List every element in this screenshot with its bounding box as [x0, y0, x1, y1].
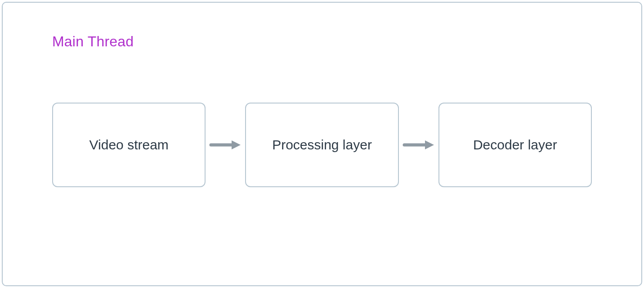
arrow-right-icon — [209, 139, 242, 151]
arrow-right-icon — [402, 139, 435, 151]
flow-row: Video stream Processing layer Decoder la… — [52, 103, 592, 187]
svg-marker-3 — [425, 140, 434, 149]
arrow-1 — [206, 139, 245, 151]
diagram-title: Main Thread — [52, 33, 134, 50]
diagram-frame: Main Thread Video stream Processing laye… — [2, 2, 642, 286]
node-processing-layer: Processing layer — [245, 103, 398, 187]
node-label: Decoder layer — [473, 137, 557, 153]
node-video-stream: Video stream — [52, 103, 206, 187]
node-label: Processing layer — [272, 137, 372, 153]
node-decoder-layer: Decoder layer — [438, 103, 592, 187]
arrow-2 — [399, 139, 438, 151]
svg-marker-1 — [232, 140, 241, 149]
node-label: Video stream — [89, 137, 169, 153]
